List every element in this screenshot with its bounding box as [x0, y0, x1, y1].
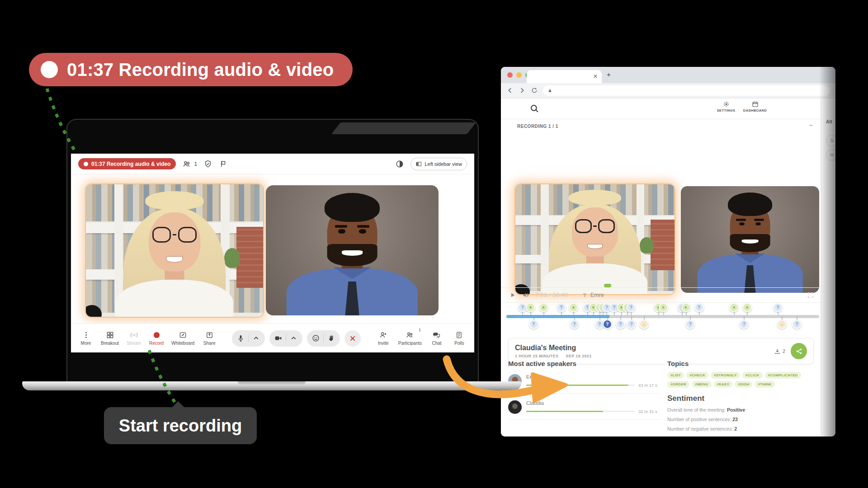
shield-check-icon[interactable]: [203, 160, 212, 169]
sentiment-marker[interactable]: +: [569, 303, 578, 312]
raise-hand-icon[interactable]: [327, 334, 335, 342]
minimize-traffic-light[interactable]: [516, 72, 522, 78]
sentiment-marker[interactable]: ?: [626, 303, 636, 312]
left-sidebar-view-button[interactable]: Left sidebar view: [410, 158, 467, 170]
play-icon[interactable]: [509, 291, 517, 299]
sentiment-marker[interactable]: +: [729, 303, 739, 312]
sentiment-label: Number of positive sentences:: [667, 417, 731, 422]
contrast-icon[interactable]: [395, 160, 404, 169]
topic-tag[interactable]: #MENU: [692, 381, 712, 388]
topic-tag[interactable]: #THINK: [755, 381, 775, 388]
toolbar-item[interactable]: Chat: [429, 331, 444, 346]
search-icon[interactable]: [530, 104, 539, 113]
side-avatar[interactable]: H: [826, 149, 835, 161]
filter-name: Emre: [590, 292, 604, 298]
marker-glyph: ?: [598, 322, 601, 327]
toolbar-item[interactable]: Whiteboard: [171, 331, 194, 346]
laptop-base-notch: [238, 381, 306, 385]
sentiment-marker[interactable]: +: [526, 303, 535, 312]
sentiment-marker[interactable]: +: [681, 303, 691, 312]
browser-tab[interactable]: ✕: [527, 70, 602, 83]
toolbar-item-label: Whiteboard: [171, 341, 194, 346]
tab-close-icon[interactable]: ✕: [593, 73, 598, 80]
toolbar-item[interactable]: Polls: [452, 331, 467, 346]
toolbar-item[interactable]: Breakout: [101, 331, 119, 346]
dashboard-video-man[interactable]: [681, 186, 819, 293]
sentiment-marker[interactable]: ?: [627, 319, 636, 329]
sentiment-marker[interactable]: ?: [685, 319, 695, 329]
sentiment-marker[interactable]: ?: [570, 319, 579, 329]
video-tile-woman[interactable]: [86, 184, 263, 317]
fullscreen-icon[interactable]: [807, 291, 815, 299]
toolbar-item[interactable]: Share: [202, 331, 217, 346]
topic-tag[interactable]: #CLICK: [742, 372, 763, 379]
back-icon[interactable]: [506, 87, 514, 94]
reload-icon[interactable]: [531, 87, 538, 94]
speaker-filter[interactable]: Emre: [582, 292, 604, 298]
sentiment-marker[interactable]: ?: [557, 303, 566, 312]
topic-tag[interactable]: #CHECK: [686, 372, 708, 379]
topic-tag[interactable]: #LIST: [667, 372, 684, 379]
meeting-meta: Claudia's Meeting 1 HOUR 15 MINUTES SEP …: [515, 344, 592, 358]
sentiment-marker[interactable]: -: [639, 319, 649, 329]
meeting-app-toolbar: More Breakout Stream Record Whit: [71, 324, 474, 352]
sentiment-marker[interactable]: +: [659, 303, 668, 312]
toolbar-item[interactable]: Record: [149, 331, 164, 346]
sentiment-marker[interactable]: ?: [694, 303, 704, 312]
toolbar-item[interactable]: More: [78, 331, 94, 346]
toolbar-item-icon: [206, 331, 213, 339]
participants-icon[interactable]: [182, 160, 191, 169]
sentiment-marker[interactable]: -: [777, 319, 787, 329]
start-recording-tooltip: Start recording: [104, 407, 257, 444]
sentiment-marker[interactable]: ?: [616, 319, 625, 329]
download-control[interactable]: 2: [774, 348, 785, 355]
sentiment-marker[interactable]: ?: [739, 319, 749, 329]
video-tile-man[interactable]: [266, 185, 439, 315]
header-buttons: SETTINGS DASHBOARD: [713, 101, 768, 113]
toolbar-item[interactable]: Participants 1: [398, 331, 422, 346]
marker-glyph: ?: [630, 322, 633, 327]
header-button[interactable]: DASHBOARD: [742, 101, 768, 113]
side-panel-title: Att: [826, 119, 832, 124]
toolbar-item[interactable]: Stream: [126, 331, 142, 346]
speakers-list: Emre 43 m 17 s: [508, 374, 662, 420]
recording-status-pill: 01:37 Recording audio & video: [78, 158, 176, 169]
header-button[interactable]: SETTINGS: [713, 101, 739, 113]
leave-meeting-button[interactable]: [344, 330, 361, 347]
side-avatar[interactable]: S: [826, 135, 835, 146]
sentiment-marker[interactable]: ?: [792, 319, 802, 329]
camera-control[interactable]: [269, 330, 302, 347]
volume-icon[interactable]: [522, 291, 530, 299]
topic-tag[interactable]: #ORDER: [667, 381, 689, 388]
sentiment-timeline[interactable]: ? + + ? + ? +: [506, 303, 819, 332]
marker-glyph: ?: [630, 305, 632, 310]
sentiment-marker[interactable]: ?: [773, 303, 783, 312]
reactions-control[interactable]: [307, 330, 340, 347]
player-divider: [576, 288, 576, 303]
toolbar-item[interactable]: Invite: [376, 331, 391, 346]
address-bar[interactable]: [543, 85, 830, 96]
collapse-button[interactable]: −: [809, 121, 813, 129]
chevron-up-icon[interactable]: [252, 334, 260, 342]
sentiment-marker[interactable]: ?: [529, 319, 538, 329]
marker-glyph: ?: [560, 305, 563, 310]
laptop-base: [22, 381, 521, 390]
toolbar-item-icon: [106, 331, 114, 339]
speakers-title: Most active speakers: [508, 360, 662, 367]
sentiment-marker[interactable]: +: [742, 303, 752, 312]
chevron-up-icon[interactable]: [290, 334, 297, 342]
topic-tag[interactable]: #STRONGLY: [711, 372, 740, 379]
emoji-icon[interactable]: [312, 334, 320, 342]
sentiment-marker[interactable]: ?: [603, 319, 612, 329]
forward-icon[interactable]: [519, 87, 526, 94]
topic-tag[interactable]: #COMPLICATED: [765, 372, 801, 379]
announcement-icon[interactable]: [219, 160, 228, 169]
mic-control[interactable]: [232, 330, 265, 347]
topic-tag[interactable]: #DISH: [735, 381, 752, 388]
new-tab-button[interactable]: +: [607, 70, 611, 78]
topic-tag[interactable]: #EASY: [714, 381, 733, 388]
close-traffic-light[interactable]: [507, 72, 513, 78]
share-button[interactable]: [791, 343, 807, 359]
dashboard-video-woman[interactable]: [515, 184, 675, 294]
sentiment-marker[interactable]: +: [539, 303, 548, 312]
